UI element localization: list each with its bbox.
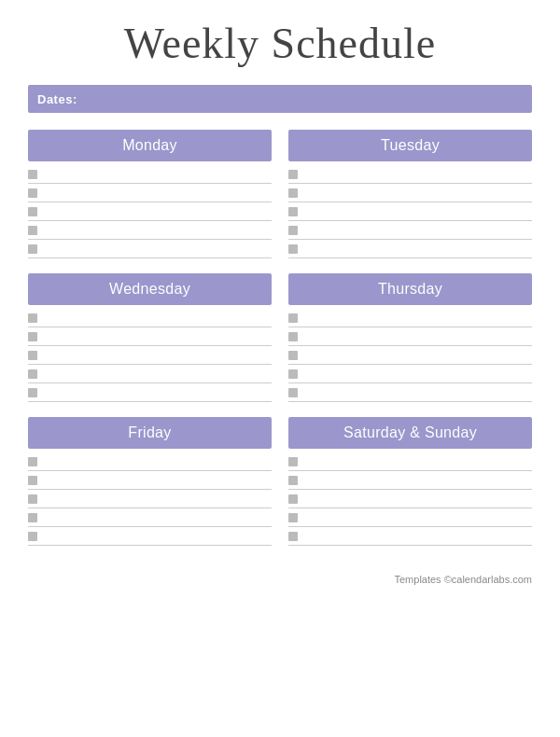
day-section-thursday: Thursday [288, 273, 532, 402]
footer: Templates ©calendarlabs.com [28, 574, 532, 585]
checkbox-icon [288, 226, 298, 235]
day-header-monday: Monday [28, 130, 272, 161]
day-line [288, 202, 532, 221]
checkbox-icon [28, 207, 37, 216]
checkbox-icon [28, 188, 37, 198]
line-space [303, 318, 532, 319]
line-space [303, 230, 532, 231]
day-line [288, 327, 532, 346]
day-line [28, 221, 272, 240]
day-line [288, 490, 532, 508]
day-line [28, 240, 272, 258]
day-line [288, 365, 532, 383]
day-lines-thursday [288, 309, 532, 402]
day-line [28, 327, 272, 346]
checkbox-icon [28, 332, 37, 341]
line-space [43, 230, 272, 231]
day-line [288, 184, 532, 202]
line-space [43, 174, 272, 175]
checkbox-icon [288, 476, 298, 485]
line-space [43, 212, 272, 213]
day-line [288, 383, 532, 402]
line-space [303, 337, 532, 338]
line-space [43, 536, 272, 537]
day-line [288, 346, 532, 365]
checkbox-icon [28, 457, 37, 466]
line-space [43, 499, 272, 500]
day-line [288, 221, 532, 240]
day-header-wednesday: Wednesday [28, 273, 272, 305]
day-line [28, 184, 272, 202]
line-space [303, 499, 532, 500]
day-line [28, 527, 272, 546]
page-title: Weekly Schedule [28, 19, 532, 68]
day-header-friday: Friday [28, 417, 272, 449]
day-line [288, 471, 532, 490]
checkbox-icon [28, 494, 37, 504]
day-section-monday: Monday [28, 130, 272, 258]
line-space [303, 462, 532, 463]
day-line [28, 346, 272, 365]
schedule-grid: MondayTuesdayWednesdayThursdayFridaySatu… [28, 130, 532, 561]
day-line [28, 383, 272, 402]
day-lines-monday [28, 165, 272, 258]
dates-bar: Dates: [28, 85, 532, 113]
checkbox-icon [28, 244, 37, 254]
line-space [43, 393, 272, 394]
checkbox-icon [288, 388, 298, 397]
day-lines-friday [28, 452, 272, 546]
line-space [43, 518, 272, 519]
checkbox-icon [28, 313, 37, 323]
day-line [28, 202, 272, 221]
checkbox-icon [288, 332, 298, 341]
day-header-tuesday: Tuesday [288, 130, 532, 161]
line-space [43, 374, 272, 375]
day-line [28, 165, 272, 184]
day-line [28, 365, 272, 383]
day-line [288, 508, 532, 527]
line-space [303, 480, 532, 481]
line-space [43, 337, 272, 338]
checkbox-icon [28, 388, 37, 397]
line-space [43, 480, 272, 481]
checkbox-icon [28, 532, 37, 541]
checkbox-icon [28, 513, 37, 522]
line-space [43, 355, 272, 356]
checkbox-icon [288, 188, 298, 198]
day-line [288, 309, 532, 327]
line-space [303, 212, 532, 213]
checkbox-icon [288, 170, 298, 179]
line-space [303, 374, 532, 375]
day-line [288, 527, 532, 546]
line-space [303, 518, 532, 519]
checkbox-icon [288, 369, 298, 379]
checkbox-icon [28, 369, 37, 379]
day-lines-saturday-sunday [288, 452, 532, 546]
day-line [28, 490, 272, 508]
day-lines-tuesday [288, 165, 532, 258]
line-space [43, 318, 272, 319]
day-section-wednesday: Wednesday [28, 273, 272, 402]
checkbox-icon [288, 494, 298, 504]
checkbox-icon [288, 457, 298, 466]
day-section-friday: Friday [28, 417, 272, 546]
day-line [288, 452, 532, 471]
checkbox-icon [288, 244, 298, 254]
line-space [303, 355, 532, 356]
day-line [28, 452, 272, 471]
line-space [303, 393, 532, 394]
line-space [43, 249, 272, 250]
line-space [303, 193, 532, 194]
day-lines-wednesday [28, 309, 272, 402]
checkbox-icon [28, 476, 37, 485]
checkbox-icon [28, 170, 37, 179]
checkbox-icon [288, 532, 298, 541]
line-space [43, 462, 272, 463]
day-line [28, 309, 272, 327]
day-line [288, 165, 532, 184]
line-space [303, 174, 532, 175]
checkbox-icon [288, 313, 298, 323]
checkbox-icon [28, 351, 37, 360]
line-space [303, 249, 532, 250]
checkbox-icon [288, 207, 298, 216]
